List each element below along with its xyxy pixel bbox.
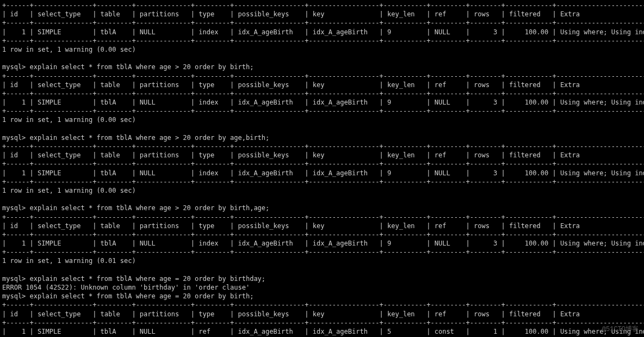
terminal-output: +------+---------------+---------+------… xyxy=(2,1,642,337)
watermark-text: @51CTO博客 xyxy=(602,325,639,334)
